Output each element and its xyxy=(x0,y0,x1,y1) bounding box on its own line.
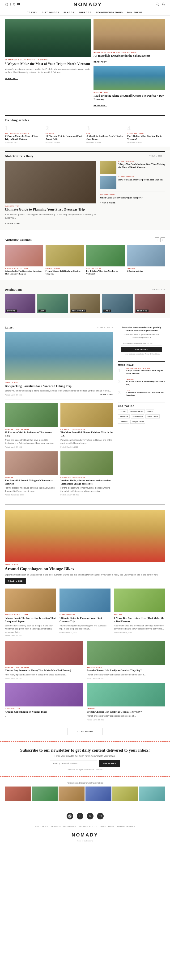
carousel-next-button[interactable]: › xyxy=(161,237,165,242)
footer-nav-affiliation[interactable]: Affiliation xyxy=(101,825,115,827)
trending-title-2[interactable]: 10 Places to Visit in Indonesia (That Ar… xyxy=(46,135,83,141)
big-feature-title[interactable]: Around Copenhagen on Vintage Bikes xyxy=(5,566,165,572)
cuisine-title-1[interactable]: Salmon Sushi: The Norwegian Invention Th… xyxy=(5,270,43,275)
desert-read-more[interactable]: READ POST xyxy=(93,61,107,63)
side-item-3-read-more[interactable]: » Read more xyxy=(100,202,116,204)
topic-europe[interactable]: Europe xyxy=(118,409,128,413)
most-read-title-1[interactable]: 5 Ways to Make the Most of Your Trip to … xyxy=(126,369,165,375)
amalfi-read-more[interactable]: READ POST xyxy=(93,105,107,107)
destinations-view-all[interactable]: View All → xyxy=(152,288,165,291)
three-title-1[interactable]: Salmon Sushi: The Norwegian Invention Th… xyxy=(5,616,56,623)
cuisine-image-1 xyxy=(5,245,43,266)
footer-instagram-icon[interactable] xyxy=(66,813,73,819)
three-title-2[interactable]: Ultimate Guide to Planning Your First Ov… xyxy=(60,616,111,623)
latest-view-more[interactable]: View more → xyxy=(97,326,113,328)
instagram-item-1[interactable] xyxy=(5,786,31,801)
cuisine-title-4[interactable]: 5 Restaurants in... xyxy=(127,270,165,273)
mini-title-1[interactable]: 10 Places to Visit in Indonesia (That Ar… xyxy=(5,431,58,438)
instagram-item-6[interactable] xyxy=(139,786,165,801)
more-title-4[interactable]: French Cheese: Is It Really as Good as T… xyxy=(87,710,165,713)
more-title-1[interactable]: I Never Buy Souvenirs: Here (That Make M… xyxy=(5,668,83,672)
cuisine-title-3[interactable]: For 1 Dollar, What Can You Eat in Vietna… xyxy=(86,270,125,275)
mini-desc-1: There are places that had that have incr… xyxy=(5,439,58,445)
topic-indonesia[interactable]: Indonesia xyxy=(118,414,130,418)
footer-nav-buy-theme[interactable]: Buy Theme xyxy=(35,825,48,827)
nav-recommendations[interactable]: RECOMMENDATIONS xyxy=(96,11,123,13)
twitter-icon[interactable]: 𝕏 xyxy=(13,3,15,6)
footer-logo: NOMADY xyxy=(0,830,170,840)
more-title-3[interactable]: Around Copenhagen on Vintage Bikes xyxy=(5,710,83,713)
destination-item-5[interactable]: TROPICAL xyxy=(135,294,165,313)
latest-two-col-2: EXPLORE The Beautiful French Village of … xyxy=(5,452,113,496)
more-title-2[interactable]: French Cheese: Is It Really as Good as T… xyxy=(87,668,165,672)
globetrotter-view-more[interactable]: View more → xyxy=(149,155,165,157)
latest-hero-desc: Before you embark on an epic hiking adve… xyxy=(5,389,113,393)
newsletter-email-input[interactable] xyxy=(50,760,97,767)
logo[interactable]: NOMADY xyxy=(74,2,102,8)
load-more-button[interactable]: Load more xyxy=(67,728,103,735)
subscribe-button[interactable]: Subscribe xyxy=(121,347,162,352)
three-title-3[interactable]: I Never Buy Souvenirs: Here (That Make M… xyxy=(114,616,165,623)
destination-item-4[interactable]: LAKE xyxy=(102,294,133,313)
instagram-icon[interactable] xyxy=(5,3,8,6)
side-item-2-title[interactable]: How to Make Every Trip Your Best Trip Ye… xyxy=(118,178,165,181)
nav-buy-theme[interactable]: BUY THEME xyxy=(127,11,143,13)
footer-nav-privacy[interactable]: Privacy Policy xyxy=(79,825,98,827)
facebook-icon[interactable]: f xyxy=(10,3,11,6)
destination-tag-1: EUROPE xyxy=(6,310,17,312)
nav-travel[interactable]: TRAVEL xyxy=(27,11,38,13)
topic-travel-guide[interactable]: Travel Guide xyxy=(145,414,160,418)
cuisine-badge-3: EXPLORE — LIFE xyxy=(86,268,125,269)
most-read-title-3[interactable]: A Month in Southeast Asia's Hidden Gem L… xyxy=(126,391,165,397)
instagram-item-4[interactable] xyxy=(85,786,112,801)
latest-section: Latest View more → TRAVEL GUIDE Backpack… xyxy=(0,318,170,504)
globetrotter-main-title[interactable]: Ultimate Guide to Planning Your First Ov… xyxy=(5,207,96,212)
trending-title-3[interactable]: A Month in Southeast Asia's Hidden Gem T… xyxy=(87,135,124,141)
most-read-title-2[interactable]: 10 Places to Visit in Indonesia (That Ar… xyxy=(126,380,165,386)
footer-nav-terms[interactable]: Terms & Conditions xyxy=(51,825,76,827)
footer-nav-other-themes[interactable]: Other Themes xyxy=(117,825,135,827)
topic-outdoors[interactable]: Outdoors xyxy=(118,420,129,424)
topic-southeast-asia[interactable]: Southeast Asia xyxy=(129,409,145,413)
nav-city-guides[interactable]: CITY GUIDES xyxy=(42,11,59,13)
destination-item-1[interactable]: EUROPE xyxy=(5,294,35,313)
footer-facebook-icon[interactable]: f xyxy=(77,813,83,819)
subscribe-email-input[interactable] xyxy=(121,341,162,346)
destination-item-2[interactable]: ASIA xyxy=(37,294,68,313)
instagram-item-2[interactable] xyxy=(31,786,58,801)
mini-title-4[interactable]: Verdant fields, vibrant culture: make an… xyxy=(60,479,113,485)
mini-title-2[interactable]: The Most Beautiful Flower Fields to Visi… xyxy=(60,431,113,438)
footer-twitter-icon[interactable]: 𝕏 xyxy=(87,813,93,819)
side-item-1-title[interactable]: 5 Ways You Can Maximize Your Time Making… xyxy=(118,163,165,169)
instagram-item-3[interactable] xyxy=(58,786,85,801)
topic-budget-travel[interactable]: Budget Travel xyxy=(130,420,145,424)
cuisine-item-3: EXPLORE — LIFE For 1 Dollar, What Can Yo… xyxy=(86,245,125,275)
cuisine-title-2[interactable]: French Cheese: Is It Really as Good as T… xyxy=(46,270,84,275)
search-button[interactable] xyxy=(155,2,159,7)
latest-hero-title[interactable]: Backpacking Essentials for a Weekend Hik… xyxy=(5,384,113,388)
newsletter-submit-button[interactable]: Subscribe xyxy=(99,760,120,767)
topic-scandinavia[interactable]: Scandinavia xyxy=(131,414,145,418)
mini-title-3[interactable]: The Beautiful French Village of Chamonix… xyxy=(5,479,58,485)
trending-title-1[interactable]: 5 Ways to Make the Most of Your Trip to … xyxy=(5,135,43,141)
trending-section: Trending articles 1 NORTHWEST INDIA NIGH… xyxy=(0,111,170,146)
trending-item-3: 3 LIFE A Month in Southeast Asia's Hidde… xyxy=(87,125,124,143)
user-button[interactable] xyxy=(162,2,165,7)
latest-hero-read-more[interactable]: READ MORE xyxy=(100,394,113,396)
topic-japan[interactable]: Japan xyxy=(146,409,154,413)
trending-title-4[interactable]: For 1 Dollar, What Can You Eat in Vietna… xyxy=(127,135,165,141)
nav-support[interactable]: SUPPORT xyxy=(79,11,91,13)
more-image-1 xyxy=(5,641,83,665)
big-feature-read-more[interactable]: READ MORE xyxy=(5,578,26,584)
most-read-text-3: LIFE A Month in Southeast Asia's Hidden … xyxy=(126,390,165,397)
footer-youtube-icon[interactable] xyxy=(97,813,104,819)
destination-item-3[interactable]: PHILIPPINES xyxy=(70,294,100,313)
youtube-icon[interactable] xyxy=(17,2,20,6)
instagram-item-5[interactable] xyxy=(112,786,139,801)
nav-places[interactable]: PLACES xyxy=(63,11,74,13)
newsletter-band-desc: Enter your email to get fresh news deliv… xyxy=(5,755,165,757)
side-item-3-title[interactable]: When Can I Use My Norwegian Passport? xyxy=(100,196,165,199)
hero-main-read-more[interactable]: READ POST xyxy=(5,77,18,80)
globetrotter-main-read-more[interactable]: » READ MORE xyxy=(5,223,20,225)
carousel-prev-button[interactable]: ‹ xyxy=(155,237,159,242)
